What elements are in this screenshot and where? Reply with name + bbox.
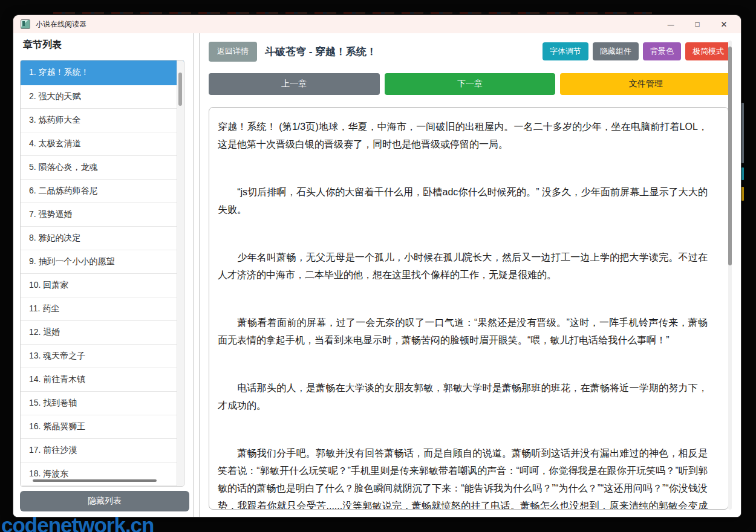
- chapter-item-label: 4. 太极玄清道: [29, 138, 81, 149]
- chapter-item-label: 1. 穿越！系统！: [29, 67, 90, 78]
- chapter-item-label: 14. 前往青木镇: [29, 374, 85, 385]
- close-icon[interactable]: ✕: [711, 16, 737, 33]
- reader-scrollbar-thumb[interactable]: [728, 47, 732, 265]
- background-window-sliver: [741, 167, 744, 180]
- chapter-item[interactable]: 12. 退婚: [21, 321, 184, 345]
- novel-paragraph: 少年名叫萧畅，无父无母是一个孤儿，小时候在孤儿院长大，然后又一边打工一边上学的把…: [218, 248, 708, 284]
- chapter-item[interactable]: 15. 找到卷轴: [21, 392, 184, 415]
- app-icon: [21, 19, 30, 29]
- chapter-list: 1. 穿越！系统！ 2. 强大的天赋 3. 炼药师大全 4. 太极玄清道: [20, 60, 184, 487]
- chapter-item[interactable]: 6. 二品炼药师谷尼: [21, 180, 184, 203]
- back-to-details-button[interactable]: 返回详情: [209, 42, 257, 62]
- reader-toolbar: 返回详情 斗破苍穹 - 穿越！系统！ 字体调节 隐藏组件 背景色 极简模式: [209, 41, 731, 62]
- chapter-item[interactable]: 18. 海波东: [21, 462, 184, 486]
- chapter-item-label: 16. 紫晶翼狮王: [29, 421, 85, 432]
- chapter-item[interactable]: 1. 穿越！系统！: [21, 60, 184, 85]
- novel-paragraph: 萧畅看着面前的屏幕，过了一会无奈的叹了一口气道：“果然还是没有晋级。”这时，一阵…: [218, 314, 708, 349]
- sidebar: 章节列表 1. 穿越！系统！ 2. 强大的天赋 3. 炼药师大全: [13, 33, 194, 517]
- watermark: codenetwork.cn: [1, 513, 154, 532]
- minimize-icon[interactable]: ─: [657, 16, 684, 33]
- next-chapter-button[interactable]: 下一章: [385, 73, 556, 95]
- title-bar: 小说在线阅读器 ─ □ ✕: [13, 15, 741, 34]
- chapter-item[interactable]: 13. 魂天帝之子: [21, 345, 184, 368]
- novel-paragraph: 穿越！系统！ (第1/3页)地球，华夏，中海市，一间破旧的出租屋内。一名二十多岁…: [218, 118, 708, 153]
- chapter-item-label: 3. 炼药师大全: [29, 115, 81, 126]
- chapter-item-label: 12. 退婚: [29, 327, 60, 338]
- chapter-nav: 上一章 下一章 文件管理: [209, 73, 731, 95]
- chapter-item[interactable]: 9. 抽到一个小小的愿望: [21, 250, 184, 274]
- app-window: 小说在线阅读器 ─ □ ✕ 章节列表 1. 穿越！系统！ 2. 强大的天赋: [13, 15, 741, 517]
- chapter-item-label: 17. 前往沙漠: [29, 445, 77, 456]
- window-body: 章节列表 1. 穿越！系统！ 2. 强大的天赋 3. 炼药师大全: [13, 33, 741, 517]
- chapter-item-label: 8. 雅妃的决定: [29, 233, 81, 244]
- chapter-item-label: 18. 海波东: [29, 469, 68, 479]
- chapter-item-label: 7. 强势逼婚: [29, 209, 73, 220]
- reader-content: 穿越！系统！ (第1/3页)地球，华夏，中海市，一间破旧的出租屋内。一名二十多岁…: [209, 107, 729, 510]
- background-window-sliver: [741, 103, 744, 163]
- chapter-item[interactable]: 11. 药尘: [21, 297, 184, 321]
- chapter-item-label: 11. 药尘: [29, 303, 59, 314]
- novel-paragraph: “js切后排啊，石头人你的大留着干什么用，卧槽adc你什么时候死的。” 没多久，…: [218, 183, 708, 218]
- chapter-item[interactable]: 5. 陨落心炎，龙魂: [21, 156, 184, 180]
- chapter-item-label: 6. 二品炼药师谷尼: [29, 186, 98, 196]
- main-panel: 返回详情 斗破苍穹 - 穿越！系统！ 字体调节 隐藏组件 背景色 极简模式 上一…: [199, 33, 741, 517]
- book-chapter-title: 斗破苍穹 - 穿越！系统！: [265, 45, 377, 59]
- chapter-item-label: 15. 找到卷轴: [29, 398, 77, 409]
- toolbar-actions: 字体调节 隐藏组件 背景色 极简模式: [543, 42, 731, 60]
- chapter-item-label: 10. 回萧家: [29, 280, 68, 291]
- chapter-item[interactable]: 10. 回萧家: [21, 274, 184, 297]
- window-title: 小说在线阅读器: [36, 19, 86, 30]
- maximize-icon[interactable]: □: [684, 16, 711, 33]
- chapter-list-title: 章节列表: [23, 39, 62, 51]
- chapter-item[interactable]: 2. 强大的天赋: [21, 85, 184, 109]
- prev-chapter-button[interactable]: 上一章: [209, 73, 380, 95]
- chapter-item[interactable]: 17. 前往沙漠: [21, 439, 184, 462]
- chapter-list-scrollbar-track: [177, 60, 184, 486]
- chapter-item[interactable]: 7. 强势逼婚: [21, 203, 184, 227]
- hide-components-button[interactable]: 隐藏组件: [593, 42, 639, 60]
- novel-paragraph: 电话那头的人，是萧畅在大学谈的女朋友郭敏，郭敏大学时是萧畅那班的班花，在萧畅将近…: [218, 379, 708, 414]
- chapter-list-scrollbar-thumb[interactable]: [178, 73, 182, 106]
- background-window-sliver: [741, 187, 744, 201]
- chapter-item-label: 13. 魂天帝之子: [29, 351, 85, 362]
- chapter-item-label: 5. 陨落心炎，龙魂: [29, 162, 98, 173]
- chapter-item[interactable]: 8. 雅妃的决定: [21, 227, 184, 250]
- chapter-item[interactable]: 14. 前往青木镇: [21, 368, 184, 392]
- chapter-item[interactable]: 3. 炼药师大全: [21, 109, 184, 132]
- chapter-item-label: 2. 强大的天赋: [29, 91, 81, 102]
- chapter-list-hscrollbar-thumb[interactable]: [33, 479, 157, 482]
- background-color-button[interactable]: 背景色: [643, 42, 681, 60]
- minimal-mode-button[interactable]: 极简模式: [685, 42, 731, 60]
- chapter-item-label: 9. 抽到一个小小的愿望: [29, 256, 115, 267]
- chapter-item[interactable]: 16. 紫晶翼狮王: [21, 415, 184, 439]
- chapter-item[interactable]: 4. 太极玄清道: [21, 132, 184, 156]
- desktop-artifact-strip: [53, 12, 652, 14]
- font-adjust-button[interactable]: 字体调节: [543, 42, 588, 60]
- hide-list-button[interactable]: 隐藏列表: [20, 491, 189, 511]
- window-controls: ─ □ ✕: [657, 16, 737, 33]
- novel-paragraph: 萧畅我们分手吧。郭敏并没有回答萧畅话，而是自顾自的说道。萧畅听到这话并没有漏出难…: [218, 444, 708, 510]
- file-manager-button[interactable]: 文件管理: [560, 73, 731, 95]
